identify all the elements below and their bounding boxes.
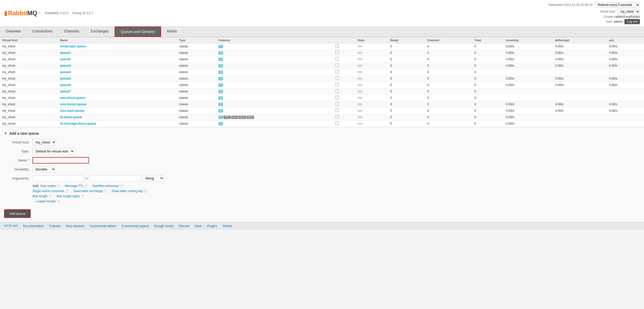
cell-checkbox[interactable] <box>333 69 355 75</box>
cell-name[interactable]: queue5 <box>58 75 177 82</box>
auto-expire-help[interactable]: ? <box>57 184 60 188</box>
queue-link[interactable]: queue5 <box>60 77 71 80</box>
cell-name[interactable]: queue3 <box>58 63 177 69</box>
queue-link[interactable]: queue6 <box>60 83 71 87</box>
cell-checkbox[interactable] <box>333 63 355 69</box>
nav-channels[interactable]: Channels <box>58 27 85 37</box>
dlrk-help[interactable]: ? <box>144 190 147 193</box>
footer-link[interactable]: HTTP API <box>4 224 18 228</box>
cell-name[interactable]: sms.direct.queue <box>58 95 177 101</box>
add-queue-button[interactable]: Add queue <box>4 209 31 218</box>
queue-checkbox[interactable] <box>336 83 339 86</box>
arg-key-input[interactable] <box>32 175 84 181</box>
footer-link[interactable]: Documentation <box>23 224 44 228</box>
nav-connections[interactable]: Connections <box>27 27 58 37</box>
footer-link[interactable]: Commercial edition <box>90 224 116 228</box>
queue-checkbox[interactable] <box>336 102 339 106</box>
cell-name[interactable]: email.topic.queue <box>58 43 177 50</box>
footer-link[interactable]: Tutorials <box>49 224 61 228</box>
dlx-link[interactable]: Dead letter exchange <box>73 189 103 193</box>
nav-queues[interactable]: Queues and Streams <box>115 27 161 37</box>
cell-name[interactable]: ttl.message.direct.queue <box>58 121 177 127</box>
max-length-help[interactable]: ? <box>48 195 52 198</box>
arg-type-select[interactable]: String Number Boolean <box>142 175 164 182</box>
cell-checkbox[interactable] <box>333 101 355 108</box>
cell-checkbox[interactable] <box>333 121 355 127</box>
cell-checkbox[interactable] <box>333 114 355 121</box>
cell-name[interactable]: queue7 <box>58 88 177 95</box>
queue-checkbox[interactable] <box>336 89 339 93</box>
vhost-select[interactable]: my_vhost / <box>618 9 640 14</box>
auto-expire-link[interactable]: Auto expire <box>40 184 56 188</box>
name-input[interactable] <box>32 157 89 164</box>
max-length-bytes-link[interactable]: Max length bytes <box>56 194 80 198</box>
cell-checkbox[interactable] <box>333 50 355 56</box>
queue-link[interactable]: queue2 <box>60 57 71 61</box>
cell-checkbox[interactable] <box>333 43 355 50</box>
queue-link[interactable]: ttl.direct.queue <box>60 115 82 119</box>
max-length-bytes-help[interactable]: ? <box>81 195 84 198</box>
footer-link[interactable]: New releases <box>66 224 85 228</box>
queue-link[interactable]: sms.fanout.queue <box>60 102 87 106</box>
cell-name[interactable]: queue1 <box>58 50 177 56</box>
footer-link[interactable]: Commercial support <box>121 224 149 228</box>
queue-checkbox[interactable] <box>336 109 339 112</box>
cell-name[interactable]: ttl.direct.queue <box>58 114 177 121</box>
single-active-link[interactable]: Single active consumer <box>32 189 64 193</box>
type-select[interactable]: Default for virtual host Classic Quorum … <box>32 148 74 154</box>
footer-link[interactable]: Slack <box>194 224 202 228</box>
cell-checkbox[interactable] <box>333 75 355 82</box>
nav-exchanges[interactable]: Exchanges <box>85 27 114 37</box>
max-length-link[interactable]: Max length <box>32 194 48 198</box>
add-queue-header[interactable]: ▼ Add a new queue <box>4 131 640 135</box>
queue-checkbox[interactable] <box>336 76 339 80</box>
add-label: Add <box>32 184 38 188</box>
overflow-link[interactable]: Overflow behaviour <box>93 184 119 188</box>
cell-name[interactable]: queue6 <box>58 82 177 88</box>
logout-button[interactable]: Log out <box>624 19 640 24</box>
queue-checkbox[interactable] <box>336 115 339 118</box>
single-active-help[interactable]: ? <box>65 190 69 193</box>
footer-link[interactable]: Discord <box>179 224 189 228</box>
queue-checkbox[interactable] <box>336 44 339 48</box>
cell-name[interactable]: queue2 <box>58 56 177 63</box>
nav-overview[interactable]: Overview <box>0 27 27 37</box>
footer-link[interactable]: Google Group <box>154 224 173 228</box>
nav-admin[interactable]: Admin <box>161 27 183 37</box>
leader-locator-link[interactable]: Leader locator <box>36 200 56 203</box>
dlx-help[interactable]: ? <box>104 190 107 193</box>
footer-link[interactable]: Plugins <box>207 224 217 228</box>
cell-checkbox[interactable] <box>333 56 355 63</box>
refresh-dropdown[interactable]: Refresh every 5 seconds Refresh every 10… <box>595 2 640 8</box>
queue-checkbox[interactable] <box>336 70 339 73</box>
queue-link[interactable]: queue4 <box>60 70 71 74</box>
overflow-help[interactable]: ? <box>120 184 124 188</box>
queue-checkbox[interactable] <box>336 96 339 99</box>
cell-checkbox[interactable] <box>333 95 355 101</box>
arg-value-input[interactable] <box>89 175 141 181</box>
dlrk-link[interactable]: Dead letter routing key <box>112 189 143 193</box>
queue-checkbox[interactable] <box>336 64 339 67</box>
cell-name[interactable]: queue4 <box>58 69 177 75</box>
cell-name[interactable]: sms.fanout.queue <box>58 101 177 108</box>
queue-link[interactable]: ttl.message.direct.queue <box>60 122 96 125</box>
cell-name[interactable]: sms.topic.queue <box>58 108 177 114</box>
cell-checkbox[interactable] <box>333 88 355 95</box>
message-ttl-link[interactable]: Message TTL <box>65 184 83 188</box>
queue-link[interactable]: queue3 <box>60 64 71 67</box>
cell-checkbox[interactable] <box>333 82 355 88</box>
queue-checkbox[interactable] <box>336 57 339 61</box>
queue-link[interactable]: sms.direct.queue <box>60 96 86 100</box>
leader-locator-help[interactable]: ? <box>57 200 61 203</box>
queue-link[interactable]: email.topic.queue <box>60 45 86 48</box>
durability-select[interactable]: Durable Transient <box>32 166 56 173</box>
queue-link[interactable]: queue7 <box>60 90 71 93</box>
cell-checkbox[interactable] <box>333 108 355 114</box>
queue-link[interactable]: queue1 <box>60 51 71 55</box>
queue-link[interactable]: sms.topic.queue <box>60 109 85 113</box>
message-ttl-help[interactable]: ? <box>84 184 88 188</box>
virtual-host-select[interactable]: my_vhost / <box>32 139 56 145</box>
queue-checkbox[interactable] <box>336 122 339 125</box>
queue-checkbox[interactable] <box>336 51 339 54</box>
footer-link[interactable]: GitHub <box>222 224 232 228</box>
